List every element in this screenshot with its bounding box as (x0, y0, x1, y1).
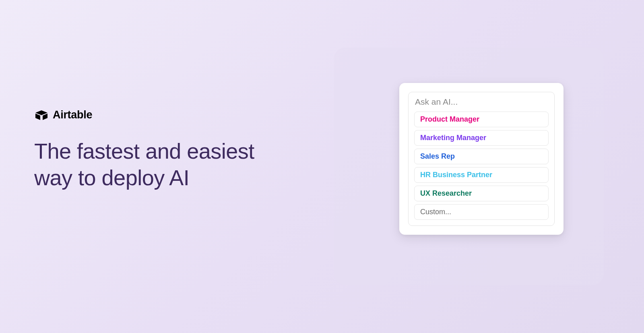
role-option-product-manager[interactable]: Product Manager (414, 112, 549, 127)
ai-role-selector-card: Ask an AI... Product Manager Marketing M… (399, 83, 564, 235)
role-option-sales-rep[interactable]: Sales Rep (414, 149, 549, 164)
ai-input-placeholder[interactable]: Ask an AI... (414, 97, 549, 107)
brand-name: Airtable (53, 109, 92, 121)
role-option-hr-business-partner[interactable]: HR Business Partner (414, 167, 549, 183)
role-option-custom[interactable]: Custom... (414, 204, 549, 220)
hero-left-content: Airtable The fastest and easiest way to … (34, 109, 254, 191)
demo-panel-backdrop: Ask an AI... Product Manager Marketing M… (334, 48, 604, 285)
role-option-marketing-manager[interactable]: Marketing Manager (414, 130, 549, 146)
headline-line-1: The fastest and easiest (34, 139, 254, 163)
ai-input-area: Ask an AI... Product Manager Marketing M… (408, 92, 555, 226)
role-option-ux-researcher[interactable]: UX Researcher (414, 186, 549, 201)
role-option-list: Product Manager Marketing Manager Sales … (414, 112, 549, 220)
brand-logo-row: Airtable (34, 109, 254, 121)
airtable-logo-icon (34, 110, 49, 121)
headline-line-2: way to deploy AI (34, 165, 189, 190)
page-headline: The fastest and easiest way to deploy AI (34, 138, 254, 191)
